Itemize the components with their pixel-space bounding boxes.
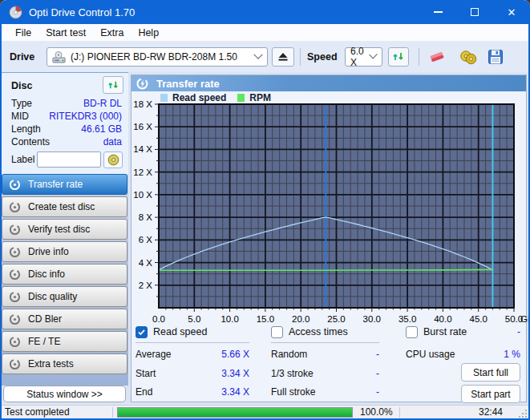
metric-label: CPU usage xyxy=(406,349,455,360)
x-tick-label: 25.0 xyxy=(327,314,345,324)
sidebar-item-verify-test-disc[interactable]: Verify test disc xyxy=(2,219,127,240)
start-full-button[interactable]: Start full xyxy=(461,363,520,382)
sidebar-item-extra-tests[interactable]: Extra tests xyxy=(2,353,127,374)
metric-column: Read speedAverage5.66 XStart3.34 XEnd3.3… xyxy=(136,325,249,338)
disc-info-label: Length xyxy=(11,123,41,135)
disc-icon xyxy=(9,313,21,325)
metric-column-header: Read speed xyxy=(136,325,249,338)
menu-item-extra[interactable]: Extra xyxy=(93,25,131,41)
disc-info-label: Contents xyxy=(11,136,50,147)
y-tick-label: 16 X xyxy=(133,122,152,131)
metric-value: - xyxy=(376,368,379,379)
sidebar-item-create-test-disc[interactable]: Create test disc xyxy=(2,196,127,217)
panel-header: Transfer rate xyxy=(131,75,526,91)
x-tick-label: 15.0 xyxy=(257,314,274,324)
metric-label: Average xyxy=(136,349,171,360)
disc-icon xyxy=(9,224,21,236)
progress-percent: 100.0% xyxy=(360,406,393,418)
metric-row: Average5.66 X xyxy=(136,348,249,360)
y-tick-label: 4 X xyxy=(139,258,153,268)
disc-panel-title: Disc xyxy=(11,80,32,91)
sidebar-nav: Transfer rateCreate test discVerify test… xyxy=(2,174,128,386)
unchecked-checkbox-access-times[interactable] xyxy=(271,326,283,338)
disc-info-row: TypeBD-R DL xyxy=(11,97,122,110)
menu-item-start-test[interactable]: Start test xyxy=(38,25,93,41)
x-tick-label: 0.0 xyxy=(152,314,165,324)
metric-row: End3.34 X xyxy=(136,386,249,398)
sidebar-item-cd-bler[interactable]: CD Bler xyxy=(2,309,127,329)
sidebar-item-disc-info[interactable]: Disc info xyxy=(2,264,127,285)
refresh-speeds-button[interactable] xyxy=(388,47,409,67)
metric-label: Start xyxy=(136,368,156,379)
gold-discs-icon xyxy=(459,50,478,65)
sidebar-item-label: Disc quality xyxy=(28,291,77,302)
speed-select[interactable]: 6.0 X xyxy=(345,47,382,67)
drive-value: (J:) PIONEER BD-RW BDR-208M 1.50 xyxy=(71,51,237,63)
metric-row: Full stroke- xyxy=(271,386,379,398)
maximize-button[interactable] xyxy=(456,0,493,24)
metric-row: CPU usage1 % xyxy=(406,348,520,360)
metric-row: Start3.34 X xyxy=(136,367,249,379)
x-tick-label: 45.0 xyxy=(470,314,488,324)
disc-label-label: Label xyxy=(11,154,37,165)
minimize-button[interactable] xyxy=(419,0,456,24)
resize-grip[interactable] xyxy=(518,409,528,418)
panel-title: Transfer rate xyxy=(156,78,220,90)
metric-column: Access timesRandom-1/3 stroke-Full strok… xyxy=(271,325,379,338)
metric-label: Random xyxy=(271,349,307,360)
erase-disc-button[interactable] xyxy=(426,46,448,67)
transfer-rate-chart: 2 X4 X6 X8 X10 X12 X14 X16 X18 X0.05.010… xyxy=(131,101,528,335)
close-button[interactable]: ✕ xyxy=(493,0,530,24)
unchecked-checkbox-burst-rate[interactable] xyxy=(406,326,418,338)
eject-button[interactable] xyxy=(272,47,294,67)
progress-bar xyxy=(117,407,353,418)
window-border-left xyxy=(0,0,2,420)
sidebar-item-label: Extra tests xyxy=(28,358,74,370)
save-button[interactable] xyxy=(484,46,507,67)
transfer-rate-icon xyxy=(136,78,148,90)
disc-icon xyxy=(107,154,119,166)
x-tick-label: 30.0 xyxy=(363,314,381,324)
disc-info-panel: Disc TypeBD-R DLMIDRITEKDR3 (000)Length4… xyxy=(2,72,128,175)
disc-tools-button[interactable] xyxy=(457,46,479,67)
disc-icon xyxy=(9,179,21,191)
status-window-label: Status window >> xyxy=(26,389,103,400)
elapsed-time: 32:44 xyxy=(479,406,503,418)
sidebar-item-transfer-rate[interactable]: Transfer rate xyxy=(2,174,127,195)
metric-row: Random- xyxy=(271,348,379,360)
disc-label-input[interactable] xyxy=(37,151,101,168)
metric-head-value: - xyxy=(517,326,520,337)
statusbar-separator xyxy=(399,407,400,418)
y-tick-label: 6 X xyxy=(139,235,153,244)
minimize-icon xyxy=(434,11,443,12)
app-icon xyxy=(9,6,22,19)
disc-icon xyxy=(9,358,21,370)
disc-info-value[interactable]: data xyxy=(103,136,122,147)
menu-item-file[interactable]: File xyxy=(8,25,38,41)
checked-checkbox-read-speed[interactable] xyxy=(136,326,148,338)
sidebar-item-label: Drive info xyxy=(28,246,69,257)
sidebar-item-label: Verify test disc xyxy=(28,224,90,235)
sidebar-item-fe-te[interactable]: FE / TE xyxy=(2,331,127,352)
menu-item-help[interactable]: Help xyxy=(131,25,166,41)
status-window-button[interactable]: Status window >> xyxy=(3,386,126,402)
start-part-button[interactable]: Start part xyxy=(461,385,520,403)
menubar: FileStart testExtraHelp xyxy=(0,24,530,42)
metric-label: End xyxy=(136,386,152,398)
sidebar-item-label: Disc info xyxy=(28,269,65,280)
y-tick-label: 2 X xyxy=(139,281,153,290)
speed-value: 6.0 X xyxy=(350,46,370,68)
toolbar: Drive (J:) PIONEER BD-RW BDR-208M 1.50 S… xyxy=(0,42,530,72)
metric-value: 1 % xyxy=(504,349,520,360)
write-label-button[interactable] xyxy=(103,151,123,168)
disc-info-value: 46.61 GB xyxy=(81,123,122,135)
sidebar-item-drive-info[interactable]: Drive info xyxy=(2,241,127,262)
drive-select[interactable]: (J:) PIONEER BD-RW BDR-208M 1.50 xyxy=(47,47,268,67)
x-tick-label: 35.0 xyxy=(399,314,416,324)
disc-label-row: Label xyxy=(11,151,123,168)
metric-value: 5.66 X xyxy=(221,349,249,360)
disc-info-row: Length46.61 GB xyxy=(11,123,122,135)
refresh-disc-button[interactable] xyxy=(103,76,123,94)
checkbox-label: Burst rate xyxy=(423,326,467,337)
sidebar-item-disc-quality[interactable]: Disc quality xyxy=(2,286,127,307)
